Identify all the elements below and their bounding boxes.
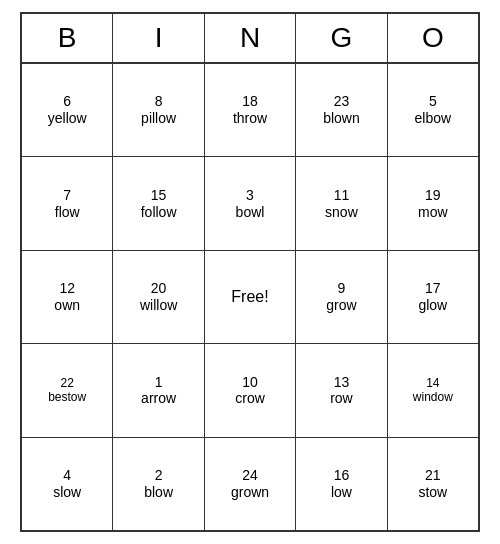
cell-r2-c0: 12own <box>22 251 113 343</box>
cell-number: 22 <box>61 376 74 390</box>
cell-number: 15 <box>151 187 167 204</box>
cell-number: 1 <box>155 374 163 391</box>
cell-r1-c4: 19mow <box>388 157 478 249</box>
cell-word: arrow <box>141 390 176 407</box>
cell-word: grow <box>326 297 356 314</box>
cell-r4-c3: 16low <box>296 438 387 530</box>
grid-row-2: 12own20willowFree!9grow17glow <box>22 251 478 344</box>
cell-word: blown <box>323 110 360 127</box>
cell-word: elbow <box>415 110 452 127</box>
header-letter-g: G <box>296 14 387 62</box>
cell-number: 24 <box>242 467 258 484</box>
cell-word: flow <box>55 204 80 221</box>
cell-number: 21 <box>425 467 441 484</box>
cell-word: window <box>413 390 453 404</box>
cell-r4-c4: 21stow <box>388 438 478 530</box>
cell-r3-c1: 1arrow <box>113 344 204 436</box>
cell-r1-c3: 11snow <box>296 157 387 249</box>
cell-number: 7 <box>63 187 71 204</box>
cell-word: bestow <box>48 390 86 404</box>
cell-number: 2 <box>155 467 163 484</box>
cell-number: 3 <box>246 187 254 204</box>
cell-word: low <box>331 484 352 501</box>
cell-word: crow <box>235 390 265 407</box>
cell-number: 16 <box>334 467 350 484</box>
cell-r3-c0: 22bestow <box>22 344 113 436</box>
bingo-header: BINGO <box>22 14 478 64</box>
header-letter-b: B <box>22 14 113 62</box>
cell-r3-c3: 13row <box>296 344 387 436</box>
cell-number: 10 <box>242 374 258 391</box>
cell-r2-c1: 20willow <box>113 251 204 343</box>
cell-r1-c0: 7flow <box>22 157 113 249</box>
cell-r2-c4: 17glow <box>388 251 478 343</box>
cell-r0-c0: 6yellow <box>22 64 113 156</box>
cell-number: 14 <box>426 376 439 390</box>
grid-row-3: 22bestow1arrow10crow13row14window <box>22 344 478 437</box>
cell-word: throw <box>233 110 267 127</box>
cell-word: mow <box>418 204 448 221</box>
cell-number: 18 <box>242 93 258 110</box>
cell-r4-c1: 2blow <box>113 438 204 530</box>
bingo-grid: 6yellow8pillow18throw23blown5elbow7flow1… <box>22 64 478 530</box>
cell-r4-c2: 24grown <box>205 438 296 530</box>
cell-number: 19 <box>425 187 441 204</box>
header-letter-o: O <box>388 14 478 62</box>
header-letter-i: I <box>113 14 204 62</box>
grid-row-4: 4slow2blow24grown16low21stow <box>22 438 478 530</box>
cell-word: grown <box>231 484 269 501</box>
cell-r0-c3: 23blown <box>296 64 387 156</box>
grid-row-1: 7flow15follow3bowl11snow19mow <box>22 157 478 250</box>
cell-word: blow <box>144 484 173 501</box>
cell-r4-c0: 4slow <box>22 438 113 530</box>
cell-number: 17 <box>425 280 441 297</box>
cell-word: pillow <box>141 110 176 127</box>
cell-number: 12 <box>59 280 75 297</box>
cell-number: 4 <box>63 467 71 484</box>
cell-number: 11 <box>334 187 350 204</box>
cell-number: 8 <box>155 93 163 110</box>
cell-number: 20 <box>151 280 167 297</box>
grid-row-0: 6yellow8pillow18throw23blown5elbow <box>22 64 478 157</box>
cell-number: 13 <box>334 374 350 391</box>
cell-number: 5 <box>429 93 437 110</box>
cell-word: follow <box>141 204 177 221</box>
cell-r1-c1: 15follow <box>113 157 204 249</box>
cell-number: 9 <box>338 280 346 297</box>
cell-word: yellow <box>48 110 87 127</box>
cell-word: row <box>330 390 353 407</box>
free-space-label: Free! <box>231 288 268 306</box>
cell-word: snow <box>325 204 358 221</box>
cell-word: slow <box>53 484 81 501</box>
bingo-card: BINGO 6yellow8pillow18throw23blown5elbow… <box>20 12 480 532</box>
cell-word: stow <box>418 484 447 501</box>
cell-r0-c4: 5elbow <box>388 64 478 156</box>
cell-word: willow <box>140 297 177 314</box>
cell-number: 6 <box>63 93 71 110</box>
cell-r3-c2: 10crow <box>205 344 296 436</box>
cell-r2-c3: 9grow <box>296 251 387 343</box>
cell-r0-c1: 8pillow <box>113 64 204 156</box>
cell-r3-c4: 14window <box>388 344 478 436</box>
cell-word: own <box>54 297 80 314</box>
cell-r2-c2: Free! <box>205 251 296 343</box>
header-letter-n: N <box>205 14 296 62</box>
cell-word: bowl <box>236 204 265 221</box>
cell-number: 23 <box>334 93 350 110</box>
cell-word: glow <box>418 297 447 314</box>
cell-r1-c2: 3bowl <box>205 157 296 249</box>
cell-r0-c2: 18throw <box>205 64 296 156</box>
